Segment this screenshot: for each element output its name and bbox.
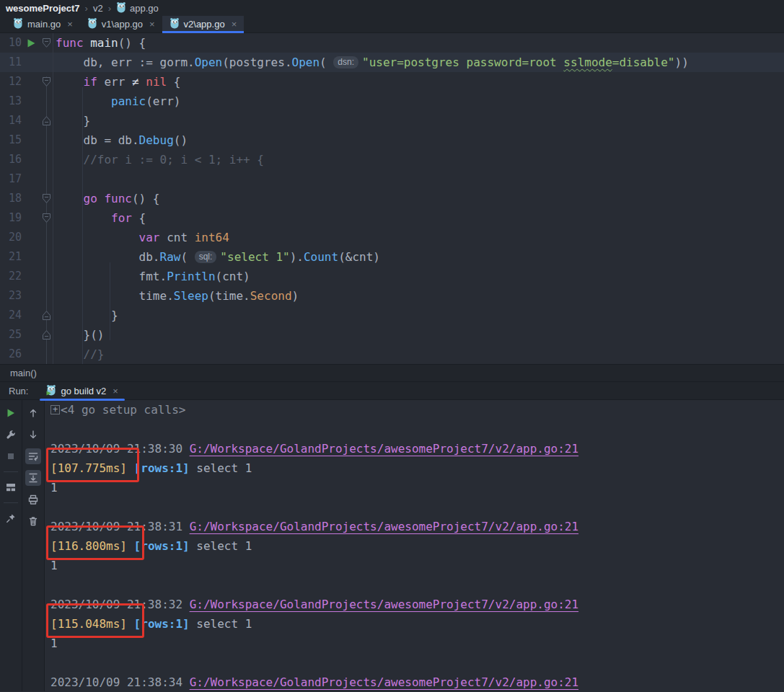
close-icon[interactable]: × — [67, 19, 73, 30]
gutter-spacer — [22, 267, 40, 286]
code-line-24[interactable]: 24 } — [0, 306, 784, 325]
fold-down-icon[interactable] — [40, 189, 53, 208]
context-function[interactable]: main() — [10, 368, 37, 378]
stop-button[interactable] — [3, 448, 19, 464]
up-button[interactable] — [25, 405, 41, 421]
clear-button[interactable] — [25, 513, 41, 529]
breadcrumb-file[interactable]: app.go — [116, 1, 159, 15]
query-result: 1 — [50, 556, 784, 575]
editor-tab-v2-app-go[interactable]: v2\app.go× — [162, 16, 245, 32]
pin-button[interactable] — [3, 510, 19, 526]
query-result: 1 — [50, 478, 784, 497]
line-number: 17 — [0, 169, 22, 189]
sql-query: select 1 — [196, 539, 252, 553]
code-line-18[interactable]: 18 go func() { — [0, 189, 784, 208]
code-line-23[interactable]: 23 time.Sleep(time.Second) — [0, 286, 784, 306]
token-red: nil — [146, 75, 167, 89]
close-icon[interactable]: × — [232, 19, 237, 30]
editor-tab-v1-app-go[interactable]: v1\app.go× — [80, 16, 162, 32]
token-pln: ) — [292, 289, 299, 303]
code-line-13[interactable]: 13 panic(err) — [0, 92, 784, 111]
gutter-spacer — [22, 247, 40, 267]
log-timestamp: 2023/10/09 21:38:32 — [50, 598, 190, 611]
code-line-25[interactable]: 25 }() — [0, 325, 784, 345]
token-pln: ( — [320, 56, 333, 69]
wrench-button[interactable] — [3, 427, 19, 443]
run-tab-go-build-v2[interactable]: go build v2 × — [40, 381, 124, 400]
console-output[interactable]: +<4 go setup calls> 2023/10/09 21:38:30 … — [45, 400, 784, 691]
source-file-link[interactable]: G:/Workspace/GolandProjects/awesomeProje… — [190, 675, 578, 689]
fold-down-icon[interactable] — [40, 72, 53, 92]
line-number: 21 — [0, 247, 22, 267]
gutter-spacer — [22, 345, 40, 364]
code-line-12[interactable]: 12 if err ≠ nil { — [0, 72, 784, 92]
editor-tab-main-go[interactable]: main.go× — [6, 16, 80, 32]
source-file-link[interactable]: G:/Workspace/GolandProjects/awesomeProje… — [190, 598, 578, 611]
scroll-to-end-button[interactable] — [25, 470, 41, 486]
token-op: ≠ — [132, 75, 139, 89]
code-line-14[interactable]: 14 } — [0, 111, 784, 130]
line-number: 15 — [0, 130, 22, 150]
token-pln: time. — [56, 289, 174, 303]
close-icon[interactable]: × — [113, 386, 118, 396]
run-main-icon[interactable] — [22, 33, 40, 53]
token-fn: Raw — [160, 250, 181, 264]
line-number: 19 — [0, 208, 22, 228]
fold-down-icon[interactable] — [40, 33, 53, 53]
fold-up-icon[interactable] — [40, 306, 53, 325]
token-type: Second — [250, 289, 292, 303]
soft-wrap-button[interactable] — [25, 448, 41, 464]
gutter-spacer — [22, 150, 40, 169]
log-entry: 2023/10/09 21:38:34 G:/Workspace/GolandP… — [50, 673, 784, 691]
breadcrumb-project[interactable]: wesomeProject7 — [6, 3, 80, 14]
token-cmt: //} — [84, 347, 105, 361]
source-file-link[interactable]: G:/Workspace/GolandProjects/awesomeProje… — [190, 520, 578, 533]
fold-up-icon[interactable] — [40, 111, 53, 130]
code-line-10[interactable]: 10func main() { — [0, 33, 784, 53]
line-number: 23 — [0, 286, 22, 306]
code-line-26[interactable]: 26 //} — [0, 345, 784, 364]
code-line-11[interactable]: 11 db, err := gorm.Open(postgres.Open( d… — [0, 53, 784, 72]
breadcrumb-folder[interactable]: v2 — [93, 3, 103, 14]
code-editor[interactable]: 10func main() {11 db, err := gorm.Open(p… — [0, 33, 784, 364]
token-pln: db. — [56, 250, 160, 264]
rows-count: [rows:1] — [134, 617, 190, 631]
sql-query: select 1 — [196, 617, 252, 631]
token-kw: func — [104, 192, 132, 205]
expand-fold-icon[interactable]: + — [50, 405, 60, 414]
fold-up-icon[interactable] — [40, 325, 53, 345]
token-pln: (postgres. — [222, 56, 291, 69]
console-folded-region[interactable]: +<4 go setup calls> — [50, 400, 784, 420]
token-kw: func — [56, 36, 84, 50]
token-pln: { — [132, 211, 146, 225]
console-toolbar — [0, 400, 45, 691]
source-file-link[interactable]: G:/Workspace/GolandProjects/awesomeProje… — [190, 442, 578, 456]
gutter-spacer — [22, 53, 40, 72]
rerun-button[interactable] — [3, 405, 19, 421]
code-line-16[interactable]: 16 //for i := 0; i < 1; i++ { — [0, 150, 784, 169]
code-line-19[interactable]: 19 for { — [0, 208, 784, 228]
token-pln: } — [56, 114, 90, 128]
code-line-20[interactable]: 20 var cnt int64 — [0, 228, 784, 247]
code-text: db = db.Debug() — [53, 130, 784, 150]
fold-down-icon[interactable] — [40, 208, 53, 228]
token-pln: )) — [675, 56, 689, 69]
token-pln: cnt — [160, 231, 195, 244]
query-duration: [116.800ms] — [50, 539, 127, 553]
code-line-21[interactable]: 21 db.Raw( sql:"select 1").Count(&cnt) — [0, 247, 784, 267]
code-text: func main() { — [53, 33, 784, 53]
token-pln: } — [56, 309, 118, 322]
run-console: +<4 go setup calls> 2023/10/09 21:38:30 … — [0, 400, 784, 691]
down-button[interactable] — [25, 427, 41, 443]
print-button[interactable] — [25, 492, 41, 507]
close-icon[interactable]: × — [149, 19, 155, 30]
tab-label: main.go — [27, 19, 61, 30]
code-line-22[interactable]: 22 fmt.Println(cnt) — [0, 267, 784, 286]
layout-button[interactable] — [3, 479, 19, 495]
log-timestamp: 2023/10/09 21:38:30 — [50, 442, 190, 456]
token-kw: for — [111, 211, 132, 225]
token-str: "select 1" — [220, 250, 289, 264]
code-line-15[interactable]: 15 db = db.Debug() — [0, 130, 784, 150]
code-line-17[interactable]: 17 — [0, 169, 784, 189]
fold-column — [40, 53, 53, 72]
